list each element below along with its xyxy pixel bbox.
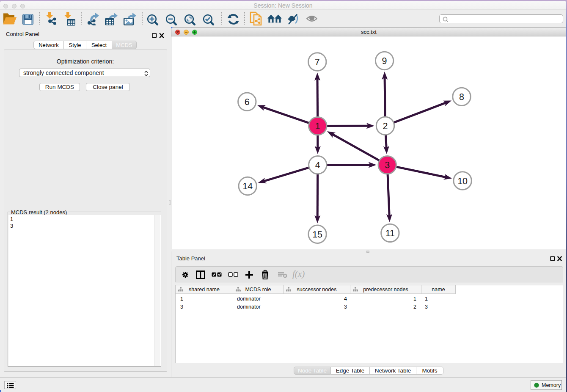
svg-text:4: 4	[315, 160, 320, 170]
svg-text:14: 14	[242, 181, 253, 191]
svg-text:11: 11	[385, 228, 395, 238]
svg-text:2: 2	[383, 121, 388, 131]
svg-text:15: 15	[312, 229, 322, 240]
svg-text:9: 9	[382, 56, 387, 66]
svg-text:1: 1	[315, 121, 320, 131]
svg-text:7: 7	[315, 57, 320, 67]
svg-text:8: 8	[459, 92, 464, 102]
svg-text:10: 10	[457, 176, 468, 186]
svg-text:3: 3	[385, 160, 390, 170]
svg-text:6: 6	[245, 97, 250, 107]
